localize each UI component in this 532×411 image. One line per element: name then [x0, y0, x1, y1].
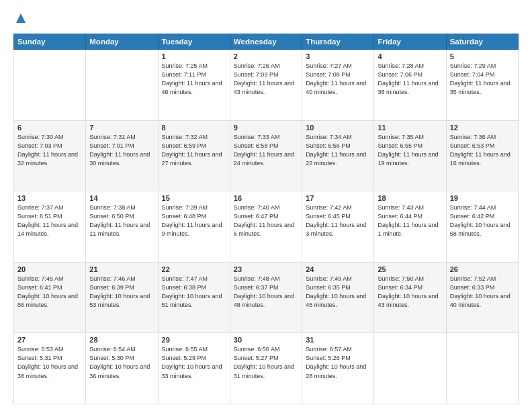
- day-cell: [86, 50, 158, 121]
- day-cell: 27Sunrise: 6:53 AM Sunset: 5:31 PM Dayli…: [14, 333, 86, 404]
- day-info: Sunrise: 7:28 AM Sunset: 7:06 PM Dayligh…: [378, 62, 442, 97]
- day-cell: 28Sunrise: 6:54 AM Sunset: 5:30 PM Dayli…: [86, 333, 158, 404]
- day-info: Sunrise: 7:40 AM Sunset: 6:47 PM Dayligh…: [234, 203, 298, 238]
- svg-marker-0: [16, 13, 26, 23]
- day-info: Sunrise: 7:32 AM Sunset: 6:59 PM Dayligh…: [162, 133, 226, 168]
- day-cell: [14, 50, 86, 121]
- day-number: 10: [306, 124, 370, 132]
- day-info: Sunrise: 7:35 AM Sunset: 6:55 PM Dayligh…: [378, 133, 442, 168]
- day-cell: 12Sunrise: 7:36 AM Sunset: 6:53 PM Dayli…: [446, 120, 518, 191]
- day-number: 15: [162, 194, 226, 202]
- day-number: 19: [450, 194, 515, 202]
- day-cell: 13Sunrise: 7:37 AM Sunset: 6:51 PM Dayli…: [14, 191, 86, 263]
- day-number: 1: [162, 52, 226, 60]
- day-info: Sunrise: 7:44 AM Sunset: 6:42 PM Dayligh…: [450, 203, 515, 238]
- day-info: Sunrise: 6:56 AM Sunset: 5:27 PM Dayligh…: [234, 345, 298, 380]
- header-row: SundayMondayTuesdayWednesdayThursdayFrid…: [14, 34, 519, 50]
- day-cell: 19Sunrise: 7:44 AM Sunset: 6:42 PM Dayli…: [446, 191, 518, 263]
- day-number: 16: [234, 194, 298, 202]
- day-number: 4: [378, 52, 442, 60]
- day-number: 29: [162, 336, 226, 344]
- day-info: Sunrise: 7:50 AM Sunset: 6:34 PM Dayligh…: [378, 275, 442, 310]
- header: [13, 12, 519, 27]
- day-info: Sunrise: 7:48 AM Sunset: 6:37 PM Dayligh…: [234, 275, 298, 310]
- day-cell: 16Sunrise: 7:40 AM Sunset: 6:47 PM Dayli…: [230, 191, 302, 263]
- week-row-1: 1Sunrise: 7:25 AM Sunset: 7:11 PM Daylig…: [14, 50, 519, 121]
- day-cell: 29Sunrise: 6:55 AM Sunset: 5:29 PM Dayli…: [158, 333, 230, 404]
- day-info: Sunrise: 7:43 AM Sunset: 6:44 PM Dayligh…: [378, 203, 442, 238]
- day-number: 11: [378, 124, 442, 132]
- day-info: Sunrise: 7:47 AM Sunset: 6:38 PM Dayligh…: [162, 275, 226, 310]
- day-info: Sunrise: 7:25 AM Sunset: 7:11 PM Dayligh…: [162, 62, 226, 97]
- day-info: Sunrise: 6:54 AM Sunset: 5:30 PM Dayligh…: [89, 345, 154, 380]
- day-number: 30: [234, 336, 298, 344]
- day-cell: 17Sunrise: 7:42 AM Sunset: 6:45 PM Dayli…: [302, 191, 374, 263]
- col-header-wednesday: Wednesday: [230, 34, 302, 50]
- day-cell: 3Sunrise: 7:27 AM Sunset: 7:08 PM Daylig…: [302, 50, 374, 121]
- calendar-table: SundayMondayTuesdayWednesdayThursdayFrid…: [13, 34, 519, 404]
- col-header-sunday: Sunday: [14, 34, 86, 50]
- day-cell: 23Sunrise: 7:48 AM Sunset: 6:37 PM Dayli…: [230, 262, 302, 333]
- day-cell: 25Sunrise: 7:50 AM Sunset: 6:34 PM Dayli…: [374, 262, 446, 333]
- day-cell: 21Sunrise: 7:46 AM Sunset: 6:39 PM Dayli…: [86, 262, 158, 333]
- day-number: 14: [89, 194, 154, 202]
- week-row-2: 6Sunrise: 7:30 AM Sunset: 7:03 PM Daylig…: [14, 120, 519, 191]
- day-cell: 2Sunrise: 7:26 AM Sunset: 7:09 PM Daylig…: [230, 50, 302, 121]
- day-info: Sunrise: 6:57 AM Sunset: 5:26 PM Dayligh…: [306, 345, 370, 380]
- day-number: 23: [234, 265, 298, 273]
- day-number: 26: [450, 265, 515, 273]
- day-info: Sunrise: 7:27 AM Sunset: 7:08 PM Dayligh…: [306, 62, 370, 97]
- logo: [13, 12, 27, 27]
- page: SundayMondayTuesdayWednesdayThursdayFrid…: [0, 0, 532, 411]
- day-info: Sunrise: 7:45 AM Sunset: 6:41 PM Dayligh…: [17, 275, 82, 310]
- day-cell: 10Sunrise: 7:34 AM Sunset: 6:56 PM Dayli…: [302, 120, 374, 191]
- day-cell: 15Sunrise: 7:39 AM Sunset: 6:48 PM Dayli…: [158, 191, 230, 263]
- day-cell: 7Sunrise: 7:31 AM Sunset: 7:01 PM Daylig…: [86, 120, 158, 191]
- day-number: 6: [17, 124, 82, 132]
- day-number: 3: [306, 52, 370, 60]
- day-info: Sunrise: 7:34 AM Sunset: 6:56 PM Dayligh…: [306, 133, 370, 168]
- day-info: Sunrise: 7:42 AM Sunset: 6:45 PM Dayligh…: [306, 203, 370, 238]
- day-number: 22: [162, 265, 226, 273]
- day-number: 18: [378, 194, 442, 202]
- day-info: Sunrise: 6:55 AM Sunset: 5:29 PM Dayligh…: [162, 345, 226, 380]
- col-header-thursday: Thursday: [302, 34, 374, 50]
- day-cell: 24Sunrise: 7:49 AM Sunset: 6:35 PM Dayli…: [302, 262, 374, 333]
- day-cell: 4Sunrise: 7:28 AM Sunset: 7:06 PM Daylig…: [374, 50, 446, 121]
- day-cell: 30Sunrise: 6:56 AM Sunset: 5:27 PM Dayli…: [230, 333, 302, 404]
- week-row-4: 20Sunrise: 7:45 AM Sunset: 6:41 PM Dayli…: [14, 262, 519, 333]
- day-info: Sunrise: 7:49 AM Sunset: 6:35 PM Dayligh…: [306, 275, 370, 310]
- day-cell: 22Sunrise: 7:47 AM Sunset: 6:38 PM Dayli…: [158, 262, 230, 333]
- col-header-tuesday: Tuesday: [158, 34, 230, 50]
- day-number: 8: [162, 124, 226, 132]
- day-info: Sunrise: 7:29 AM Sunset: 7:04 PM Dayligh…: [450, 62, 515, 97]
- day-cell: 9Sunrise: 7:33 AM Sunset: 6:58 PM Daylig…: [230, 120, 302, 191]
- col-header-saturday: Saturday: [446, 34, 518, 50]
- day-number: 27: [17, 336, 82, 344]
- day-number: 24: [306, 265, 370, 273]
- day-cell: 14Sunrise: 7:38 AM Sunset: 6:50 PM Dayli…: [86, 191, 158, 263]
- day-number: 28: [89, 336, 154, 344]
- day-info: Sunrise: 7:39 AM Sunset: 6:48 PM Dayligh…: [162, 203, 226, 238]
- day-info: Sunrise: 7:30 AM Sunset: 7:03 PM Dayligh…: [17, 133, 82, 168]
- day-number: 25: [378, 265, 442, 273]
- day-info: Sunrise: 7:31 AM Sunset: 7:01 PM Dayligh…: [89, 133, 154, 168]
- day-cell: 20Sunrise: 7:45 AM Sunset: 6:41 PM Dayli…: [14, 262, 86, 333]
- day-info: Sunrise: 7:46 AM Sunset: 6:39 PM Dayligh…: [89, 275, 154, 310]
- day-cell: 18Sunrise: 7:43 AM Sunset: 6:44 PM Dayli…: [374, 191, 446, 263]
- col-header-monday: Monday: [86, 34, 158, 50]
- day-number: 13: [17, 194, 82, 202]
- day-info: Sunrise: 7:33 AM Sunset: 6:58 PM Dayligh…: [234, 133, 298, 168]
- day-cell: 1Sunrise: 7:25 AM Sunset: 7:11 PM Daylig…: [158, 50, 230, 121]
- week-row-3: 13Sunrise: 7:37 AM Sunset: 6:51 PM Dayli…: [14, 191, 519, 263]
- day-cell: 6Sunrise: 7:30 AM Sunset: 7:03 PM Daylig…: [14, 120, 86, 191]
- day-number: 5: [450, 52, 515, 60]
- day-number: 7: [89, 124, 154, 132]
- day-cell: [374, 333, 446, 404]
- day-number: 17: [306, 194, 370, 202]
- day-number: 12: [450, 124, 515, 132]
- day-info: Sunrise: 7:38 AM Sunset: 6:50 PM Dayligh…: [89, 203, 154, 238]
- day-info: Sunrise: 7:37 AM Sunset: 6:51 PM Dayligh…: [17, 203, 82, 238]
- day-number: 2: [234, 52, 298, 60]
- day-cell: 31Sunrise: 6:57 AM Sunset: 5:26 PM Dayli…: [302, 333, 374, 404]
